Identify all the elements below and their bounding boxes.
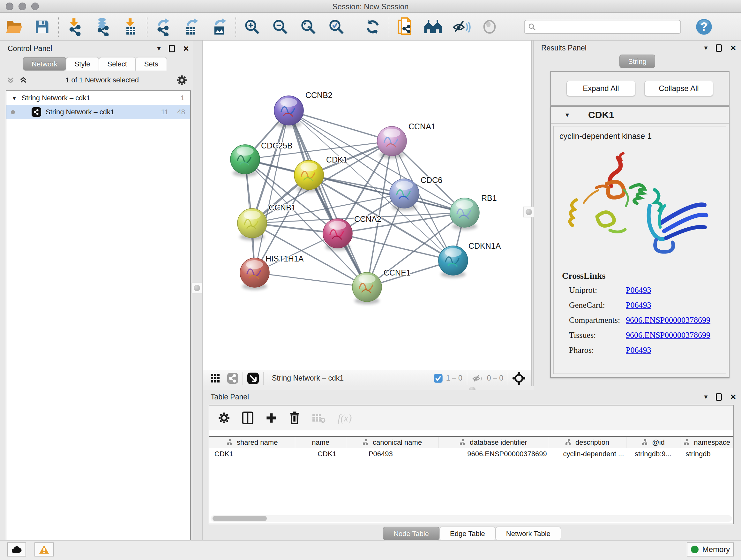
collapse-all-networks-icon[interactable] (19, 76, 27, 84)
column-header-description[interactable]: description (548, 437, 626, 448)
gene-header[interactable]: ▾ CDK1 (551, 107, 729, 124)
import-network-button[interactable] (61, 15, 89, 39)
export-network-icon (154, 17, 172, 36)
column-header-name[interactable]: name (295, 437, 346, 448)
search-field[interactable] (524, 20, 681, 34)
panel-float-icon[interactable] (169, 45, 175, 52)
cell-id[interactable]: stringdb:9... (626, 448, 681, 460)
column-header-shared-name[interactable]: shared name (209, 437, 295, 448)
delete-column-trash-icon[interactable] (289, 412, 300, 424)
panel-collapse-icon[interactable]: ▾ (157, 45, 160, 52)
cell-shared-name[interactable]: CDK1 (209, 448, 295, 460)
share-view-icon[interactable] (227, 373, 238, 384)
scrollbar-thumb[interactable] (212, 516, 267, 521)
panel-float-icon[interactable] (716, 44, 722, 52)
right-splitter[interactable] (531, 41, 534, 386)
save-session-button[interactable] (28, 15, 56, 39)
genecard-link[interactable]: P06493 (626, 300, 651, 310)
tab-edge-table[interactable]: Edge Table (440, 527, 495, 540)
column-header-canonical-name[interactable]: canonical name (346, 437, 439, 448)
table-horizontal-scrollbar[interactable] (211, 515, 732, 522)
collapse-all-button[interactable]: Collapse All (644, 81, 713, 96)
hidden-eye-icon[interactable] (472, 373, 484, 383)
help-button[interactable]: ? (690, 15, 718, 39)
network-edge[interactable] (255, 273, 367, 287)
column-header-id[interactable]: @id (626, 437, 681, 448)
panel-collapse-icon[interactable]: ▾ (704, 44, 708, 51)
show-columns-icon[interactable] (242, 412, 253, 424)
import-table-icon (122, 17, 140, 36)
network-edge[interactable] (255, 111, 289, 273)
graphics-details-button[interactable] (475, 15, 503, 39)
cell-namespace[interactable]: stringdb (680, 448, 733, 460)
left-splitter[interactable] (193, 41, 203, 540)
tab-sets[interactable]: Sets (136, 57, 167, 71)
export-image-button[interactable] (205, 15, 233, 39)
expand-all-button[interactable]: Expand All (566, 81, 635, 96)
grid-view-icon[interactable] (211, 374, 220, 383)
memory-button[interactable]: Memory (687, 543, 734, 557)
gene-expander-icon[interactable]: ▾ (565, 111, 569, 119)
tab-network-table[interactable]: Network Table (495, 527, 561, 540)
import-database-button[interactable] (89, 15, 117, 39)
toggle-visibility-button[interactable] (448, 15, 475, 39)
panel-collapse-icon[interactable]: ▾ (704, 393, 708, 400)
zoom-selected-button[interactable] (322, 15, 350, 39)
table-row[interactable]: CDK1 CDK1 P06493 9606.ENSP00000378699 cy… (209, 448, 733, 460)
expand-all-networks-icon[interactable] (6, 76, 15, 84)
results-panel-title: Results Panel (541, 44, 587, 52)
toolbar-separator (389, 17, 389, 37)
network-collection-row[interactable]: ▾ String Network – cdk1 1 (6, 91, 190, 105)
warnings-button[interactable] (35, 543, 54, 557)
open-session-button[interactable] (0, 15, 28, 39)
panel-close-icon[interactable]: × (730, 43, 736, 53)
panel-close-icon[interactable]: × (183, 44, 189, 53)
share-session-file-button[interactable] (391, 15, 419, 39)
export-image-icon (211, 17, 228, 36)
column-header-namespace[interactable]: namespace (680, 437, 733, 448)
network-canvas[interactable]: CCNB2CCNA1CDC25BCDK1CDC6RB1CCNB1CCNA2CDK… (203, 41, 531, 370)
import-network-icon (66, 17, 84, 36)
compartments-link[interactable]: 9606.ENSP00000378699 (626, 315, 711, 325)
cell-description[interactable]: cyclin-dependent ... (548, 448, 626, 460)
save-floppy-icon (34, 18, 51, 35)
export-network-button[interactable] (149, 15, 178, 39)
cloud-status-button[interactable] (7, 543, 26, 557)
add-column-icon[interactable] (266, 412, 277, 424)
string-home-button[interactable] (419, 15, 448, 39)
cell-name[interactable]: CDK1 (295, 448, 346, 460)
table-settings-gear-icon[interactable] (218, 412, 230, 424)
uniprot-link[interactable]: P06493 (626, 286, 651, 295)
tissues-link[interactable]: 9606.ENSP00000378699 (626, 330, 711, 340)
panel-float-icon[interactable] (716, 393, 722, 401)
right-splitter-grip[interactable] (523, 206, 534, 217)
selected-checkbox-icon[interactable] (433, 374, 443, 383)
zoom-fit-button[interactable] (294, 15, 322, 39)
network-edge[interactable] (289, 111, 392, 141)
toolbar-separator (235, 17, 236, 37)
zoom-out-button[interactable] (266, 15, 294, 39)
tab-network[interactable]: Network (23, 57, 66, 71)
tab-select[interactable]: Select (99, 57, 136, 71)
export-table-button[interactable] (178, 15, 205, 39)
left-splitter-grip[interactable] (192, 283, 202, 294)
column-header-database-identifier[interactable]: database identifier (439, 437, 548, 448)
pharos-link[interactable]: P06493 (626, 346, 651, 355)
zoom-in-button[interactable] (238, 15, 266, 39)
panel-close-icon[interactable]: × (730, 392, 736, 401)
network-options-gear-icon[interactable] (177, 75, 187, 85)
refresh-button[interactable] (359, 15, 387, 39)
import-table-button[interactable] (117, 15, 145, 39)
fit-target-icon[interactable] (513, 372, 525, 385)
cell-canonical-name[interactable]: P06493 (346, 448, 439, 460)
birds-eye-view-icon[interactable] (247, 373, 259, 384)
tab-style[interactable]: Style (66, 57, 99, 71)
tab-node-table[interactable]: Node Table (383, 527, 440, 540)
network-row[interactable]: String Network – cdk1 11 48 (6, 105, 190, 119)
eye-slash-icon (452, 19, 471, 35)
collection-expander-icon[interactable]: ▾ (13, 95, 16, 102)
cell-database-identifier[interactable]: 9606.ENSP00000378699 (439, 448, 548, 460)
tab-string[interactable]: String (619, 55, 655, 68)
search-input[interactable] (539, 23, 677, 31)
zoom-selected-icon (328, 18, 345, 36)
